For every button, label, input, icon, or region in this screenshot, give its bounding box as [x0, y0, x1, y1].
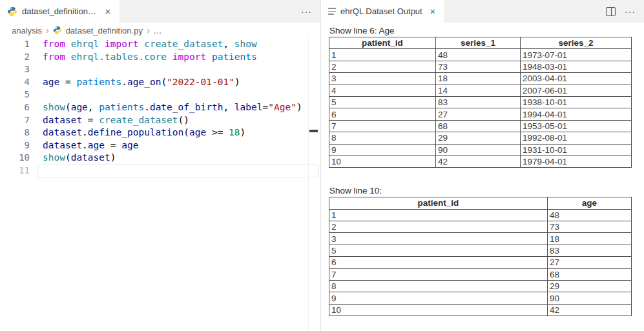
section-heading: Show line 6: Age	[329, 26, 633, 35]
code-line[interactable]: 7dataset = create_dataset()	[0, 114, 320, 127]
output-table: patient_idage148273318583627768829990104…	[329, 197, 632, 316]
table-cell: 9	[329, 292, 548, 304]
column-header: age	[548, 197, 632, 209]
code-line[interactable]: 2from ehrql.tables.core import patients	[0, 51, 320, 64]
code-text: dataset = create_dataset()	[43, 114, 189, 127]
tab-label: ehrQL Dataset Output	[340, 6, 423, 16]
table-cell: 27	[548, 257, 632, 268]
table-cell: 73	[548, 221, 632, 233]
line-number: 5	[0, 88, 30, 101]
table-cell: 68	[548, 268, 632, 280]
table-cell: 10	[329, 155, 436, 167]
table-cell: 14	[436, 85, 521, 96]
table-cell: 48	[548, 209, 632, 221]
code-line[interactable]: 11	[0, 165, 320, 177]
table-row: 829	[329, 281, 632, 292]
table-cell: 2003-04-01	[521, 73, 632, 85]
table-row: 273	[329, 221, 632, 233]
code-text: from ehrql.tables.core import patients	[43, 51, 257, 64]
output-section: Show line 6: Age patient_idseries_1serie…	[329, 26, 633, 168]
code-line[interactable]: 10show(dataset)	[0, 152, 320, 165]
table-cell: 42	[548, 304, 632, 316]
table-cell: 1994-04-01	[521, 108, 632, 120]
tab-dataset-definition[interactable]: dataset_definition.py ×	[0, 0, 120, 23]
table-cell: 18	[548, 233, 632, 245]
table-row: 4142007-06-01	[329, 85, 632, 96]
chevron-right-icon: ›	[147, 25, 150, 35]
table-cell: 3	[329, 233, 548, 245]
table-cell: 8	[329, 132, 436, 144]
column-header: series_2	[521, 37, 632, 49]
code-line[interactable]: 5	[0, 88, 320, 101]
table-header-row: patient_idseries_1series_2	[329, 37, 632, 49]
table-row: 990	[329, 292, 632, 304]
table-cell: 1973-07-01	[521, 49, 632, 61]
column-header: patient_id	[329, 37, 436, 49]
split-editor-icon[interactable]	[606, 7, 616, 16]
table-cell: 18	[436, 73, 521, 85]
table-cell: 48	[436, 49, 521, 61]
table-cell: 7	[329, 120, 436, 132]
table-cell: 73	[436, 61, 521, 72]
right-tab-actions: ···	[606, 0, 644, 23]
table-cell: 8	[329, 281, 548, 292]
breadcrumb-item-analysis[interactable]: analysis	[12, 26, 42, 35]
code-text: show(dataset)	[43, 152, 116, 165]
table-row: 10421979-04-01	[329, 155, 632, 167]
code-line[interactable]: 3	[0, 63, 320, 76]
line-number: 7	[0, 114, 30, 127]
table-cell: 3	[329, 73, 436, 85]
right-tabbar: ehrQL Dataset Output × ···	[321, 0, 644, 23]
table-row: 5831938-10-01	[329, 96, 632, 108]
table-row: 583	[329, 245, 632, 256]
table-cell: 7	[329, 268, 548, 280]
overview-ruler-scrollbar[interactable]	[308, 38, 320, 331]
code-line[interactable]: 9dataset.age = age	[0, 139, 320, 152]
more-actions-icon[interactable]: ···	[625, 6, 636, 17]
line-number: 2	[0, 51, 30, 64]
output-preview-icon	[328, 8, 336, 15]
tab-label: dataset_definition.py	[22, 6, 98, 16]
table-cell: 6	[329, 257, 548, 268]
more-actions-icon[interactable]: ···	[301, 6, 312, 17]
table-cell: 90	[436, 144, 521, 155]
line-number: 1	[0, 38, 30, 51]
table-row: 627	[329, 257, 632, 268]
breadcrumb-item-file[interactable]: dataset_definition.py	[66, 26, 143, 35]
breadcrumb-item-symbol[interactable]: …	[154, 26, 162, 35]
close-icon[interactable]: ×	[428, 6, 438, 16]
code-editor[interactable]: 1from ehrql import create_dataset, show2…	[0, 38, 320, 331]
code-text: from ehrql import create_dataset, show	[43, 38, 257, 51]
table-row: 768	[329, 268, 632, 280]
table-cell: 10	[329, 304, 548, 316]
table-cell: 2007-06-01	[521, 85, 632, 96]
table-row: 8291992-08-01	[329, 132, 632, 144]
table-row: 3182003-04-01	[329, 73, 632, 85]
table-cell: 68	[436, 120, 521, 132]
section-heading: Show line 10:	[329, 186, 633, 196]
table-cell: 4	[329, 85, 436, 96]
code-line[interactable]: 4age = patients.age_on("2022-01-01")	[0, 76, 320, 89]
table-cell: 5	[329, 96, 436, 108]
table-row: 318	[329, 233, 632, 245]
table-cell: 1953-05-01	[521, 120, 632, 132]
column-header: series_1	[436, 37, 521, 49]
table-cell: 1992-08-01	[521, 132, 632, 144]
code-line[interactable]: 6show(age, patients.date_of_birth, label…	[0, 101, 320, 114]
table-cell: 83	[436, 96, 521, 108]
table-cell: 6	[329, 108, 436, 120]
table-cell: 1948-03-01	[521, 61, 632, 72]
table-row: 148	[329, 209, 632, 221]
code-line[interactable]: 1from ehrql import create_dataset, show	[0, 38, 320, 51]
close-icon[interactable]: ×	[103, 6, 113, 16]
table-cell: 83	[548, 245, 632, 256]
tab-ehrql-dataset-output[interactable]: ehrQL Dataset Output ×	[321, 0, 445, 23]
table-cell: 2	[329, 61, 436, 72]
code-text: dataset.age = age	[43, 139, 138, 152]
output-panel: Show line 6: Age patient_idseries_1serie…	[321, 23, 644, 331]
code-line[interactable]: 8dataset.define_population(age >= 18)	[0, 126, 320, 139]
table-cell: 1979-04-01	[521, 155, 632, 167]
table-row: 9901931-10-01	[329, 144, 632, 155]
python-file-icon	[7, 6, 17, 17]
line-number: 4	[0, 76, 30, 89]
